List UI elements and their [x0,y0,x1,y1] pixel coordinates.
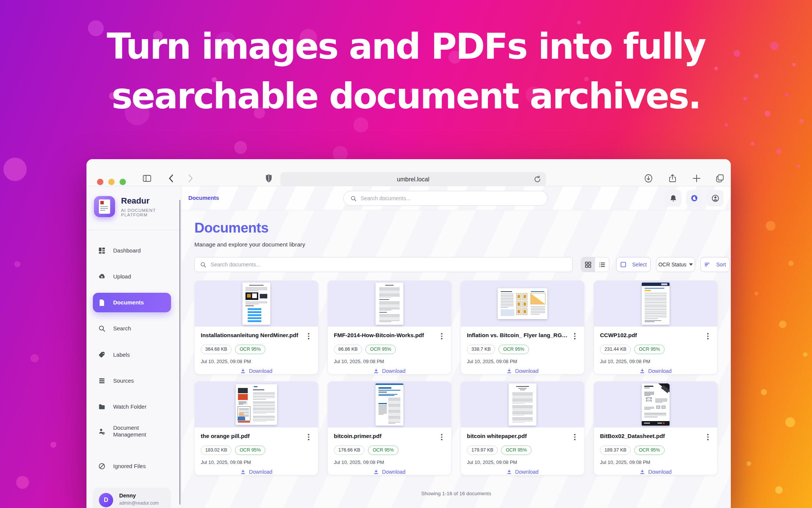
breadcrumb[interactable]: Documents [188,195,219,201]
document-name: BitBox02_Datasheet.pdf [600,433,704,439]
document-icon [98,299,106,306]
sidebar-item-label: Labels [113,351,130,358]
ocr-status-badge: OCR 95% [235,345,265,354]
minimize-window-button[interactable] [108,179,115,185]
download-button[interactable]: Download [201,469,312,475]
document-card[interactable]: Installationsanleitung NerdMiner.pdf 364… [194,280,318,374]
app-sidebar: Readur AI DOCUMENT PLATFORM DashboardUpl… [86,186,182,508]
cloud-upload-icon [98,273,106,280]
grid-view-button[interactable] [581,257,595,272]
file-size-badge: 231.44 KB [600,345,631,354]
sidebar-item-watch-folder[interactable]: Watch Folder [93,397,171,417]
document-card[interactable]: FMF-2014-How-Bitcoin-Works.pdf 86.86 KB … [327,280,451,374]
more-options-button[interactable] [438,433,445,441]
sidebar-item-search[interactable]: Search [93,319,171,338]
global-search-placeholder: Search documents... [361,195,411,201]
url-bar[interactable]: umbrel.local [280,172,546,187]
ocr-status-badge: OCR 95% [368,446,398,455]
page-subtitle: Manage and explore your document library [194,241,305,248]
document-date: Jul 10, 2025, 09:08 PM [201,459,312,465]
slash-circle-icon [98,462,106,470]
document-card[interactable]: bitcoin whitepaper.pdf 179.97 KB OCR 95%… [461,381,585,475]
search-icon [98,325,106,332]
more-options-button[interactable] [571,433,578,441]
sidebar-item-label: Upload [113,273,131,280]
sidebar-item-ignored-files[interactable]: Ignored Files [93,456,171,476]
document-name: bitcoin whitepaper.pdf [467,433,571,439]
close-window-button[interactable] [97,179,103,185]
reload-icon[interactable] [533,175,542,184]
download-button[interactable]: Download [467,368,578,374]
ocr-status-dropdown[interactable]: OCR Status [656,257,695,272]
sidebar-item-upload[interactable]: Upload [93,267,171,286]
sidebar-item-label: Search [113,325,131,332]
file-size-badge: 189.37 KB [600,446,631,455]
more-options-button[interactable] [438,332,445,341]
sidebar-item-sources[interactable]: Sources [93,371,171,391]
more-options-button[interactable] [305,332,312,341]
chevron-down-icon [689,263,693,266]
theme-toggle-button[interactable] [686,190,703,207]
more-options-button[interactable] [704,332,711,341]
document-name: Inflation vs. Bitcoin_ Flyer lang_RGB.pd… [467,332,571,338]
document-card[interactable]: CCWP102.pdf 231.44 KB OCR 95% Jul 10, 20… [594,280,718,374]
sidebar-item-document-management[interactable]: DocumentManagement [93,421,171,441]
readur-logo-icon [94,196,115,217]
download-button[interactable]: Download [201,368,312,374]
document-name: CCWP102.pdf [600,332,704,338]
readur-app: Readur AI DOCUMENT PLATFORM DashboardUpl… [86,186,731,508]
sidebar-item-dashboard[interactable]: Dashboard [93,241,171,260]
document-thumbnail [461,382,584,427]
user-card[interactable]: D Denny admin@readur.com [93,488,171,508]
document-thumbnail [328,382,451,427]
document-date: Jul 10, 2025, 09:08 PM [600,359,711,364]
sidebar-scrollbar[interactable] [179,200,180,505]
document-card[interactable]: Inflation vs. Bitcoin_ Flyer lang_RGB.pd… [461,280,585,374]
maximize-window-button[interactable] [120,179,126,185]
downloads-icon[interactable] [644,173,653,183]
new-tab-icon[interactable] [692,173,701,183]
download-label: Download [249,469,272,475]
file-size-badge: 183.02 KB [201,446,232,455]
download-icon [506,469,512,475]
document-name: the orange pill.pdf [201,433,305,439]
documents-search-input[interactable]: Search documents... [194,257,573,272]
document-date: Jul 10, 2025, 09:08 PM [467,459,578,465]
more-options-button[interactable] [571,332,578,341]
share-icon[interactable] [668,173,677,183]
select-button[interactable]: Select [616,257,651,272]
document-card[interactable]: bitcoin.primer.pdf 176.66 KB OCR 95% Jul… [327,381,451,475]
sidebar-item-labels[interactable]: Labels [93,345,171,365]
download-button[interactable]: Download [334,469,445,475]
select-label: Select [632,262,647,268]
download-button[interactable]: Download [334,368,445,374]
list-view-icon [598,261,606,268]
ocr-status-badge: OCR 95% [235,446,265,455]
forward-icon[interactable] [185,173,195,183]
notifications-button[interactable] [665,190,682,207]
browser-window: umbrel.local Readur AI DOCUMENT PLATFORM… [86,159,731,508]
shield-icon[interactable] [264,173,274,183]
back-icon[interactable] [167,173,176,183]
sidebar-item-documents[interactable]: Documents [93,293,171,312]
profile-button[interactable] [707,190,724,207]
ocr-status-badge: OCR 95% [501,446,531,455]
list-icon [98,377,106,385]
theme-toggle-icon [690,194,698,202]
sidebar-item-label: Dashboard [113,247,141,254]
global-search-input[interactable]: Search documents... [343,191,548,206]
more-options-button[interactable] [305,433,312,441]
download-label: Download [382,469,405,475]
document-card[interactable]: the orange pill.pdf 183.02 KB OCR 95% Ju… [194,381,318,475]
list-view-button[interactable] [595,257,609,272]
download-button[interactable]: Download [600,368,711,374]
search-icon [350,195,357,202]
tabs-icon[interactable] [715,173,725,183]
more-options-button[interactable] [704,433,711,441]
document-card[interactable]: BitBox02_Datasheet.pdf 189.37 KB OCR 95%… [594,381,718,475]
sidebar-toggle-icon[interactable] [142,173,152,183]
ocr-status-badge: OCR 95% [498,345,529,354]
sort-button[interactable]: Sort [700,257,730,272]
download-button[interactable]: Download [467,469,578,475]
download-button[interactable]: Download [600,469,711,475]
